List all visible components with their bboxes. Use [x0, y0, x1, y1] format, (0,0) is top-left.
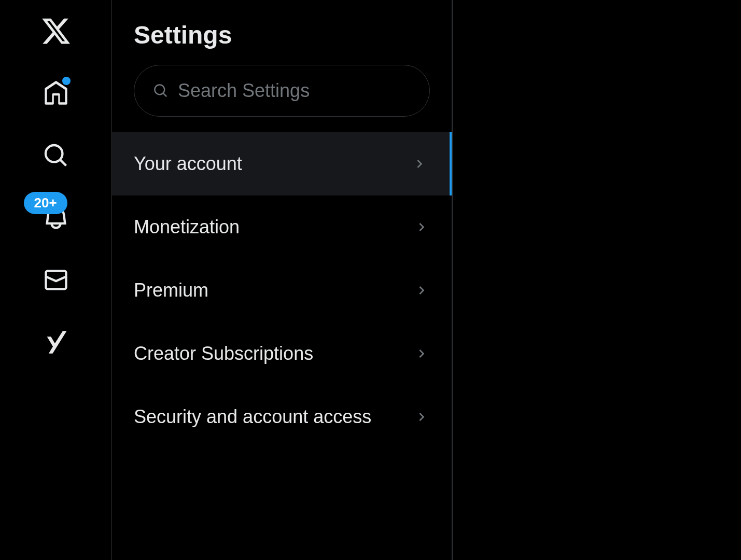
- search-container: [112, 65, 452, 132]
- nav-notifications[interactable]: 20+: [40, 202, 72, 233]
- settings-item-monetization[interactable]: Monetization: [112, 195, 452, 259]
- settings-item-label: Your account: [134, 153, 242, 175]
- search-input-icon: [153, 83, 169, 99]
- grok-icon: [43, 329, 69, 356]
- nav-explore[interactable]: [40, 140, 72, 171]
- notification-count-badge: 20+: [24, 192, 67, 214]
- settings-panel: Settings Your account Monetization Premi…: [112, 0, 452, 560]
- settings-item-label: Premium: [134, 279, 208, 301]
- settings-item-creator-subscriptions[interactable]: Creator Subscriptions: [112, 322, 452, 385]
- nav-sidebar: 20+: [0, 0, 112, 560]
- chevron-right-icon: [411, 156, 428, 172]
- search-icon: [43, 142, 69, 169]
- home-notification-dot: [62, 77, 71, 85]
- settings-item-label: Monetization: [134, 216, 240, 238]
- settings-item-label: Creator Subscriptions: [134, 343, 313, 365]
- envelope-icon: [43, 267, 69, 293]
- nav-home[interactable]: [40, 78, 72, 109]
- chevron-right-icon: [413, 409, 430, 425]
- nav-grok[interactable]: [40, 327, 72, 358]
- x-logo[interactable]: [40, 16, 72, 47]
- chevron-right-icon: [413, 219, 430, 235]
- page-title: Settings: [112, 0, 452, 65]
- settings-item-your-account[interactable]: Your account: [112, 132, 452, 195]
- chevron-right-icon: [413, 282, 430, 299]
- x-logo-icon: [40, 15, 72, 47]
- nav-messages[interactable]: [40, 264, 72, 296]
- search-wrapper[interactable]: [134, 65, 430, 117]
- settings-list: Your account Monetization Premium Creato…: [112, 132, 452, 449]
- settings-item-label: Security and account access: [134, 406, 371, 428]
- search-input[interactable]: [178, 80, 411, 102]
- settings-item-premium[interactable]: Premium: [112, 259, 452, 322]
- chevron-right-icon: [413, 345, 430, 362]
- detail-panel: [452, 0, 741, 560]
- settings-item-security-access[interactable]: Security and account access: [112, 385, 452, 449]
